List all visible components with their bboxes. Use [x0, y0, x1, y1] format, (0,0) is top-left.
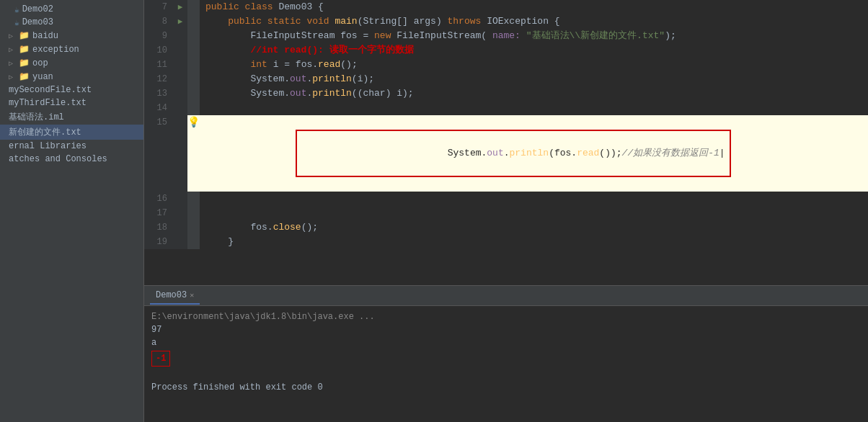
line-number: 17	[144, 206, 173, 220]
sidebar-item-baidu[interactable]: ▷ 📁 baidu	[0, 29, 143, 42]
highlighted-code-box: System.out.println(fos.read());//如果没有数据返…	[296, 130, 731, 177]
table-row: 7 ▶ public class Demo03 {	[144, 0, 868, 14]
code-line: int i = fos.read();	[200, 58, 868, 72]
sidebar-item-new-file[interactable]: 新创建的文件.txt	[0, 125, 143, 140]
tree-icon: ▷	[9, 32, 16, 40]
sidebar-item-label: ernal Libraries	[9, 141, 87, 151]
debug-col	[187, 206, 200, 220]
code-line: fos.close();	[200, 220, 868, 235]
tree-icon: ▷	[9, 73, 16, 81]
code-line: public static void main(String[] args) t…	[200, 14, 868, 29]
code-line	[200, 206, 868, 220]
console-tab-label: Demo03	[156, 290, 187, 300]
line-number: 12	[144, 72, 173, 86]
java-icon: ☕	[14, 5, 19, 14]
run-arrow	[173, 58, 187, 72]
sidebar-item-third-file[interactable]: myThirdFile.txt	[0, 96, 143, 109]
code-line: }	[200, 235, 868, 249]
sidebar-item-label: myThirdFile.txt	[9, 98, 87, 108]
console-content: E:\environment\java\jdk1.8\bin\java.exe …	[144, 306, 868, 422]
table-row: 15 💡 System.out.println(fos.read());//如果…	[144, 115, 868, 192]
sidebar-item-label: exception	[32, 45, 79, 55]
console-tab-close[interactable]: ✕	[190, 291, 194, 300]
table-row: 12 System.out.println(i);	[144, 72, 868, 86]
table-row: 16	[144, 192, 868, 206]
console-tab-demo03[interactable]: Demo03 ✕	[150, 287, 200, 305]
debug-col	[187, 58, 200, 72]
table-row: 14	[144, 101, 868, 115]
debug-col	[187, 14, 200, 29]
run-arrow: ▶	[173, 0, 187, 14]
debug-col	[187, 220, 200, 235]
line-number: 13	[144, 86, 173, 101]
line-number: 7	[144, 0, 173, 14]
run-arrow	[173, 72, 187, 86]
code-line: public class Demo03 {	[200, 0, 868, 14]
sidebar-item-demo03[interactable]: ☕ Demo03	[0, 16, 143, 29]
debug-col	[187, 101, 200, 115]
run-arrow	[173, 86, 187, 101]
sidebar-item-demo02[interactable]: ☕ Demo02	[0, 3, 143, 16]
sidebar-item-label: baidu	[32, 31, 58, 41]
console-area: Demo03 ✕ E:\environment\java\jdk1.8\bin\…	[144, 285, 868, 422]
sidebar-item-exception[interactable]: ▷ 📁 exception	[0, 42, 143, 56]
code-line: FileInputStream fos = new FileInputStrea…	[200, 29, 868, 43]
run-arrow	[173, 115, 187, 192]
folder-icon: 📁	[19, 58, 30, 68]
code-view[interactable]: 7 ▶ public class Demo03 { 8 ▶ public sta…	[144, 0, 868, 285]
debug-col	[187, 0, 200, 14]
console-tab-bar: Demo03 ✕	[144, 286, 868, 306]
table-row: 11 int i = fos.read();	[144, 58, 868, 72]
sidebar-item-second-file[interactable]: mySecondFile.txt	[0, 84, 143, 96]
console-line: -1	[151, 349, 861, 368]
sidebar-item-label: Demo03	[22, 17, 53, 27]
run-arrow	[173, 43, 187, 58]
console-line: E:\environment\java\jdk1.8\bin\java.exe …	[151, 310, 861, 323]
sidebar-item-label: yuan	[32, 72, 53, 82]
editor-area: 7 ▶ public class Demo03 { 8 ▶ public sta…	[144, 0, 868, 285]
sidebar-item-yuan[interactable]: ▷ 📁 yuan	[0, 70, 143, 84]
table-row: 10 //int read(): 读取一个字节的数据	[144, 43, 868, 58]
sidebar-item-label: oop	[32, 58, 48, 68]
debug-col	[187, 192, 200, 206]
sidebar-item-scratches[interactable]: atches and Consoles	[0, 153, 143, 166]
folder-icon: 📁	[19, 44, 30, 55]
debug-col: 💡	[187, 115, 200, 192]
line-number: 14	[144, 101, 173, 115]
run-arrow	[173, 101, 187, 115]
console-line: a	[151, 336, 861, 349]
debug-col	[187, 43, 200, 58]
code-line	[200, 101, 868, 115]
sidebar-item-label: atches and Consoles	[9, 154, 107, 164]
line-number: 15	[144, 115, 173, 192]
console-exit-line: Process finished with exit code 0	[151, 381, 861, 394]
java-icon: ☕	[14, 18, 19, 27]
console-minus-one: -1	[151, 351, 170, 367]
sidebar-item-label: 新创建的文件.txt	[9, 126, 81, 138]
code-line: System.out.println(i);	[200, 72, 868, 86]
lightbulb-icon[interactable]: 💡	[187, 117, 200, 128]
sidebar-item-label: 基础语法.iml	[9, 111, 64, 123]
run-arrow	[173, 192, 187, 206]
table-row: 19 }	[144, 235, 868, 249]
line-number: 10	[144, 43, 173, 58]
run-arrow	[173, 29, 187, 43]
line-number: 18	[144, 220, 173, 235]
sidebar-item-libraries[interactable]: ernal Libraries	[0, 140, 143, 153]
debug-col	[187, 72, 200, 86]
line-number: 19	[144, 235, 173, 249]
folder-icon: 📁	[19, 30, 30, 41]
folder-icon: 📁	[19, 71, 30, 82]
code-line: //int read(): 读取一个字节的数据	[200, 43, 868, 58]
sidebar-item-label: Demo02	[22, 4, 53, 14]
sidebar-item-label: mySecondFile.txt	[9, 85, 92, 95]
sidebar: ☕ Demo02 ☕ Demo03 ▷ 📁 baidu ▷ 📁 exceptio…	[0, 0, 144, 422]
run-arrow	[173, 220, 187, 235]
sidebar-item-oop[interactable]: ▷ 📁 oop	[0, 56, 143, 70]
sidebar-item-iml[interactable]: 基础语法.iml	[0, 109, 143, 125]
debug-col	[187, 235, 200, 249]
table-row: 18 fos.close();	[144, 220, 868, 235]
console-line: 97	[151, 323, 861, 336]
code-line: System.out.println((char) i);	[200, 86, 868, 101]
run-arrow: ▶	[173, 14, 187, 29]
